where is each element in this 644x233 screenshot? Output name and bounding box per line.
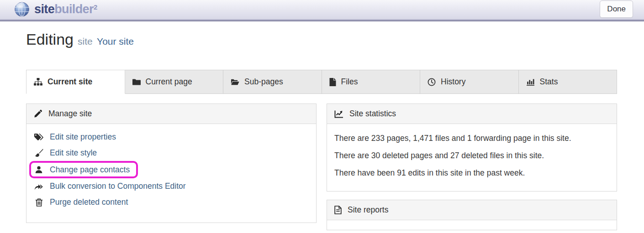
panel-title: Site reports [348,205,388,215]
site-statistics-header: Site statistics [327,104,617,124]
tab-current-page[interactable]: Current page [125,70,224,94]
tab-label: History [441,77,465,87]
link-label: Purge deleted content [50,197,128,207]
page-title: Editingsite Your site [26,31,644,48]
tab-stats[interactable]: Stats [519,70,618,94]
tab-bar: Current site Current page Sub-pages [26,70,617,94]
file-text-icon [334,206,342,214]
main-content: Current site Current page Sub-pages [26,70,617,230]
pencil-icon [34,109,42,118]
stat-line-pages: There are 233 pages, 1,471 files and 1 f… [334,134,609,143]
share-arrow-icon [34,183,44,190]
page-title-qualifier: site [78,36,93,47]
site-statistics-panel: Site statistics There are 233 pages, 1,4… [327,104,617,192]
link-bulk-conversion[interactable]: Bulk conversion to Components Editor [34,178,192,194]
panel-title: Site statistics [349,109,396,119]
site-reports-body [327,220,617,230]
manage-site-panel: Manage site Edit site properties [26,104,317,223]
tab-current-site[interactable]: Current site [26,70,125,94]
tab-history[interactable]: History [420,70,519,94]
tab-label: Files [341,77,358,87]
folder-open-icon [231,78,239,86]
link-edit-site-style[interactable]: Edit site style [34,145,103,161]
page-title-main: Editing [26,31,74,48]
tab-label: Stats [540,77,558,87]
tab-label: Current page [146,77,192,87]
link-change-page-contacts[interactable]: Change page contacts [29,161,138,178]
page-title-site-link[interactable]: Your site [97,36,134,47]
link-label: Edit site properties [50,132,116,142]
site-reports-header: Site reports [327,200,617,220]
stat-line-deleted: There are 30 deleted pages and 27 delete… [334,151,609,161]
link-label: Edit site style [50,148,97,158]
line-chart-icon [334,110,343,118]
link-purge-deleted-content[interactable]: Purge deleted content [34,194,134,210]
app-header: sitebuilder2 Done [0,0,644,21]
site-statistics-body: There are 233 pages, 1,471 files and 1 f… [327,124,617,191]
site-reports-panel: Site reports [327,200,617,230]
user-icon [34,166,44,174]
tags-icon [34,134,44,141]
clock-icon [428,78,436,86]
sitemap-icon [34,78,42,86]
trash-icon [34,198,44,207]
link-label: Change page contacts [50,165,130,175]
panel-title: Manage site [48,109,92,119]
stat-line-edits: There have been 91 edits in this site in… [334,168,609,178]
tab-files[interactable]: Files [322,70,421,94]
logo-wordmark: sitebuilder2 [34,3,97,16]
link-edit-site-properties[interactable]: Edit site properties [34,129,122,145]
manage-site-header: Manage site [26,104,316,124]
right-column: Site statistics There are 233 pages, 1,4… [327,104,617,230]
bar-chart-icon [526,78,535,86]
panel-area: Manage site Edit site properties [26,104,617,230]
folder-icon [132,78,141,86]
done-button[interactable]: Done [600,0,633,18]
tab-label: Current site [48,77,92,87]
file-icon [329,78,336,86]
tab-sub-pages[interactable]: Sub-pages [223,70,322,94]
paint-brush-icon [34,149,44,157]
globe-icon [14,1,30,17]
sitebuilder-logo[interactable]: sitebuilder2 [14,1,97,17]
tab-label: Sub-pages [244,77,283,87]
manage-site-body: Edit site properties Edit site style [26,124,316,215]
link-label: Bulk conversion to Components Editor [50,181,186,191]
